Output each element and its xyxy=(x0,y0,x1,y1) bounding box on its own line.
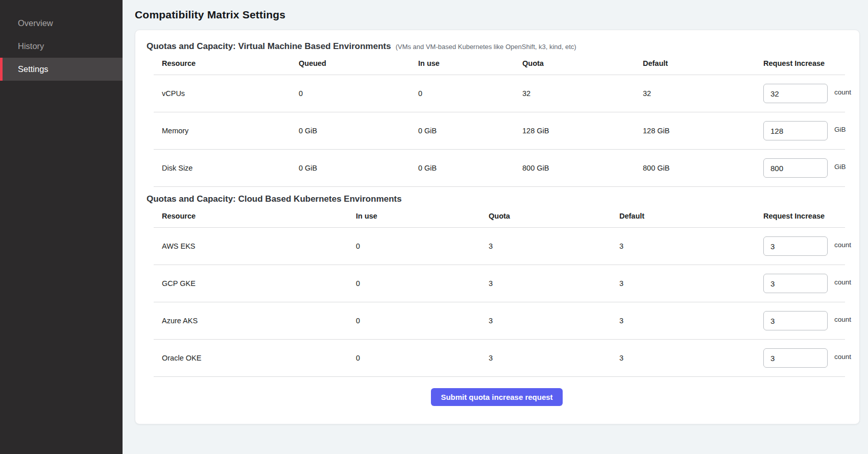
in-use-value: 0 xyxy=(356,317,489,325)
sidebar-item-overview[interactable]: Overview xyxy=(0,12,123,35)
request-increase-cell: count xyxy=(763,274,851,293)
request-increase-cell: GiB xyxy=(763,121,846,140)
table-row-memory: Memory 0 GiB 0 GiB 128 GiB 128 GiB GiB xyxy=(154,112,845,150)
quota-settings-card: Quotas and Capacity: Virtual Machine Bas… xyxy=(135,30,860,424)
table-row-aws-eks: AWS EKS 0 3 3 count xyxy=(154,228,845,265)
quota-value: 800 GiB xyxy=(522,164,643,172)
unit-label: count xyxy=(834,353,851,361)
sidebar-item-history[interactable]: History xyxy=(0,35,123,58)
vm-section-subtitle: (VMs and VM-based Kubernetes like OpenSh… xyxy=(396,43,576,51)
queued-value: 0 xyxy=(299,89,418,98)
resource-label: vCPUs xyxy=(162,89,299,98)
submit-quota-increase-button[interactable]: Submit quota increase request xyxy=(431,388,562,406)
unit-label: count xyxy=(834,278,851,286)
request-increase-cell: count xyxy=(763,348,851,368)
default-value: 3 xyxy=(619,279,763,288)
vm-table-header: Resource Queued In use Quota Default Req… xyxy=(154,52,845,75)
unit-label: count xyxy=(834,316,851,323)
table-row-gcp-gke: GCP GKE 0 3 3 count xyxy=(154,265,845,302)
unit-label: count xyxy=(834,241,851,249)
request-increase-cell: count xyxy=(763,84,851,103)
default-value: 3 xyxy=(619,242,763,250)
resource-label: Oracle OKE xyxy=(162,354,356,362)
in-use-value: 0 GiB xyxy=(418,164,522,172)
page-title: Compatibility Matrix Settings xyxy=(135,9,860,21)
vm-section-heading-row: Quotas and Capacity: Virtual Machine Bas… xyxy=(146,41,848,52)
table-row-disk-size: Disk Size 0 GiB 0 GiB 800 GiB 800 GiB Gi… xyxy=(154,150,845,187)
quota-value: 3 xyxy=(489,354,619,362)
queued-value: 0 GiB xyxy=(299,127,418,135)
disk-size-request-input[interactable] xyxy=(763,158,828,178)
request-increase-cell: GiB xyxy=(763,158,846,178)
vm-section-heading: Quotas and Capacity: Virtual Machine Bas… xyxy=(147,41,391,52)
resource-label: GCP GKE xyxy=(162,279,356,288)
in-use-value: 0 GiB xyxy=(418,127,522,135)
default-value: 128 GiB xyxy=(643,127,763,135)
aws-eks-request-input[interactable] xyxy=(763,236,828,256)
table-row-oracle-oke: Oracle OKE 0 3 3 count xyxy=(154,340,845,377)
gcp-gke-request-input[interactable] xyxy=(763,274,828,293)
sidebar-item-settings[interactable]: Settings xyxy=(0,58,123,81)
table-row-vcpus: vCPUs 0 0 32 32 count xyxy=(154,75,845,112)
request-increase-cell: count xyxy=(763,311,851,330)
in-use-value: 0 xyxy=(356,242,489,250)
k8s-table-header: Resource In use Quota Default Request In… xyxy=(154,204,845,228)
card-footer: Submit quota increase request xyxy=(146,377,848,417)
table-row-azure-aks: Azure AKS 0 3 3 count xyxy=(154,302,845,340)
vcpus-request-input[interactable] xyxy=(763,84,828,103)
in-use-value: 0 xyxy=(418,89,522,98)
resource-label: Memory xyxy=(162,127,299,135)
column-header-default: Default xyxy=(619,212,763,220)
in-use-value: 0 xyxy=(356,279,489,288)
main-content: Compatibility Matrix Settings Quotas and… xyxy=(123,0,868,454)
column-header-in-use: In use xyxy=(418,59,522,67)
default-value: 32 xyxy=(643,89,763,98)
queued-value: 0 GiB xyxy=(299,164,418,172)
request-increase-cell: count xyxy=(763,236,851,256)
vm-quota-table: Resource Queued In use Quota Default Req… xyxy=(154,52,845,187)
unit-label: GiB xyxy=(834,126,846,133)
default-value: 3 xyxy=(619,317,763,325)
column-header-request-increase: Request Increase xyxy=(763,59,845,67)
column-header-request-increase: Request Increase xyxy=(763,212,845,220)
default-value: 3 xyxy=(619,354,763,362)
oracle-oke-request-input[interactable] xyxy=(763,348,828,368)
memory-request-input[interactable] xyxy=(763,121,828,140)
column-header-resource: Resource xyxy=(162,212,356,220)
column-header-resource: Resource xyxy=(162,59,299,67)
k8s-section-heading-row: Quotas and Capacity: Cloud Based Kuberne… xyxy=(146,194,848,204)
quota-value: 3 xyxy=(489,242,619,250)
in-use-value: 0 xyxy=(356,354,489,362)
quota-value: 3 xyxy=(489,279,619,288)
column-header-default: Default xyxy=(643,59,763,67)
unit-label: GiB xyxy=(834,163,846,171)
column-header-quota: Quota xyxy=(522,59,643,67)
resource-label: Azure AKS xyxy=(162,317,356,325)
quota-value: 3 xyxy=(489,317,619,325)
quota-value: 128 GiB xyxy=(522,127,643,135)
default-value: 800 GiB xyxy=(643,164,763,172)
k8s-section-heading: Quotas and Capacity: Cloud Based Kuberne… xyxy=(147,194,402,204)
resource-label: AWS EKS xyxy=(162,242,356,250)
column-header-queued: Queued xyxy=(299,59,418,67)
quota-value: 32 xyxy=(522,89,643,98)
column-header-quota: Quota xyxy=(489,212,619,220)
azure-aks-request-input[interactable] xyxy=(763,311,828,330)
k8s-quota-table: Resource In use Quota Default Request In… xyxy=(154,204,845,377)
resource-label: Disk Size xyxy=(162,164,299,172)
sidebar: Overview History Settings xyxy=(0,0,123,454)
column-header-in-use: In use xyxy=(356,212,489,220)
unit-label: count xyxy=(834,88,851,96)
